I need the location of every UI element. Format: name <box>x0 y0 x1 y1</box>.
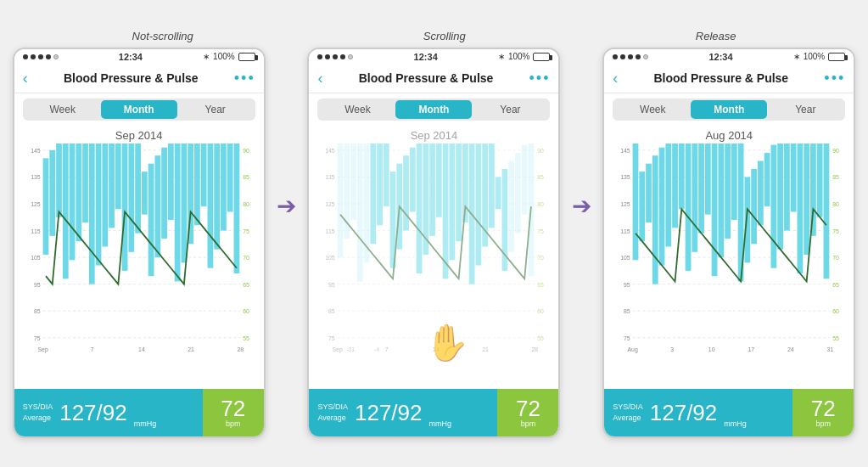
svg-rect-99 <box>443 143 449 279</box>
svg-rect-104 <box>476 143 482 266</box>
svg-text:7: 7 <box>385 346 389 352</box>
svg-text:115: 115 <box>326 228 336 234</box>
pulse-unit: bpm <box>815 419 831 428</box>
pulse-value: 72 <box>221 397 245 419</box>
svg-rect-44 <box>174 143 180 281</box>
chart-title: Sep 2014 <box>314 126 553 143</box>
svg-rect-24 <box>42 158 48 255</box>
segment-month[interactable]: Month <box>101 100 177 119</box>
svg-text:135: 135 <box>31 174 41 180</box>
back-button[interactable]: ‹ <box>317 70 322 87</box>
chart-area: Sep 201475859510511512513514555606570758… <box>14 126 264 389</box>
svg-rect-51 <box>221 143 227 231</box>
svg-text:Aug: Aug <box>628 346 638 352</box>
svg-rect-28 <box>69 143 75 260</box>
svg-text:85: 85 <box>328 308 335 314</box>
pulse-value: 72 <box>516 397 540 419</box>
svg-text:135: 135 <box>326 174 336 180</box>
label-scrolling: Scrolling <box>423 30 466 42</box>
svg-text:105: 105 <box>620 255 630 261</box>
svg-rect-163 <box>758 160 764 225</box>
status-time: 12:34 <box>708 52 732 62</box>
svg-rect-36 <box>121 143 127 271</box>
svg-rect-166 <box>778 143 784 250</box>
svg-text:-31: -31 <box>347 346 356 352</box>
svg-rect-165 <box>771 144 777 267</box>
bluetooth-icon: ∗ <box>793 52 800 61</box>
battery-icon <box>238 53 255 61</box>
svg-text:90: 90 <box>538 147 545 153</box>
svg-rect-41 <box>154 155 160 257</box>
chart-area: Sep 201475859510511512513514555606570758… <box>309 126 558 389</box>
svg-rect-101 <box>456 143 462 241</box>
back-button[interactable]: ‹ <box>23 70 28 87</box>
svg-text:80: 80 <box>538 200 545 206</box>
svg-text:75: 75 <box>538 228 545 234</box>
svg-text:60: 60 <box>243 308 249 314</box>
back-button[interactable]: ‹ <box>613 70 618 87</box>
segment-year[interactable]: Year <box>767 100 843 119</box>
svg-rect-169 <box>798 143 804 273</box>
svg-text:-4: -4 <box>375 346 380 352</box>
more-button[interactable]: ••• <box>824 70 845 87</box>
bp-unit: mmHg <box>134 419 157 428</box>
average-label: Average <box>613 413 643 424</box>
svg-rect-111 <box>522 144 528 214</box>
svg-rect-170 <box>804 143 810 255</box>
svg-rect-154 <box>698 143 704 234</box>
svg-text:14: 14 <box>138 346 145 352</box>
svg-rect-53 <box>233 143 239 273</box>
segment-year[interactable]: Year <box>177 100 254 119</box>
svg-rect-172 <box>817 143 823 217</box>
status-bar: 12:34∗ 100% <box>14 49 264 65</box>
bp-value: 127/92 <box>650 402 718 424</box>
phone-scrolling: 12:34∗ 100% ‹ Blood Pressure & Pulse •••… <box>307 48 560 438</box>
svg-text:31: 31 <box>827 346 834 352</box>
segment-week[interactable]: Week <box>25 100 101 119</box>
svg-text:75: 75 <box>243 228 249 234</box>
svg-rect-161 <box>745 177 751 262</box>
svg-text:115: 115 <box>620 228 630 234</box>
pulse-unit: bpm <box>226 419 241 428</box>
svg-rect-150 <box>672 143 678 228</box>
svg-text:65: 65 <box>833 281 840 287</box>
svg-rect-37 <box>128 143 134 252</box>
svg-text:55: 55 <box>243 335 249 340</box>
svg-text:90: 90 <box>833 147 840 153</box>
svg-text:85: 85 <box>34 308 41 314</box>
svg-rect-162 <box>751 168 757 243</box>
svg-text:28: 28 <box>532 346 539 352</box>
svg-rect-47 <box>194 143 200 225</box>
sys-dia-label: SYS/DIA <box>613 402 643 413</box>
svg-text:90: 90 <box>243 147 249 153</box>
segment-week[interactable]: Week <box>614 100 691 119</box>
svg-rect-89 <box>378 143 384 225</box>
more-button[interactable]: ••• <box>234 70 255 87</box>
svg-rect-149 <box>666 143 672 246</box>
svg-text:28: 28 <box>237 346 244 352</box>
svg-rect-173 <box>824 143 830 279</box>
bp-value: 127/92 <box>355 402 423 424</box>
footer-stats: SYS/DIA Average 127/92 mmHg 72 bpm <box>604 389 854 436</box>
svg-rect-109 <box>509 160 515 251</box>
svg-text:105: 105 <box>326 255 336 261</box>
svg-text:65: 65 <box>538 281 545 287</box>
svg-rect-159 <box>731 143 737 220</box>
chart-title: Sep 2014 <box>20 126 259 143</box>
more-button[interactable]: ••• <box>529 70 551 87</box>
segment-month[interactable]: Month <box>395 100 472 119</box>
svg-text:55: 55 <box>833 335 840 340</box>
svg-text:3: 3 <box>670 346 674 352</box>
svg-text:14: 14 <box>434 346 440 352</box>
svg-rect-33 <box>102 143 108 246</box>
svg-rect-107 <box>496 177 501 209</box>
segment-month[interactable]: Month <box>691 100 767 119</box>
svg-rect-98 <box>436 143 442 217</box>
bp-unit: mmHg <box>724 419 747 428</box>
segment-year[interactable]: Year <box>472 100 548 119</box>
svg-rect-45 <box>181 143 187 262</box>
bp-stats: SYS/DIA Average 127/92 mmHg <box>604 389 792 436</box>
svg-rect-156 <box>712 143 718 276</box>
segment-week[interactable]: Week <box>319 100 395 119</box>
svg-text:75: 75 <box>833 228 840 234</box>
